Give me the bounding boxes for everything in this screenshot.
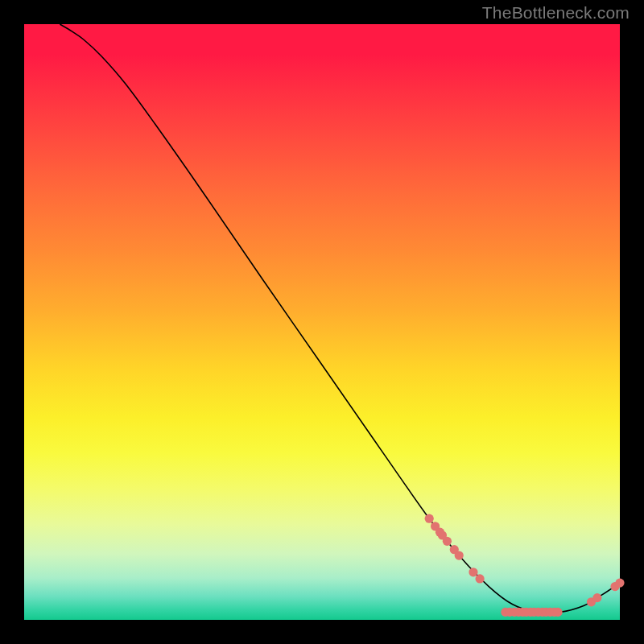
data-points-group — [425, 514, 625, 617]
data-point — [615, 579, 624, 588]
data-point — [425, 514, 434, 523]
watermark-text: TheBottleneck.com — [482, 3, 630, 23]
chart-frame: TheBottleneck.com — [0, 0, 644, 644]
data-point — [443, 537, 452, 546]
plot-area — [24, 24, 620, 620]
data-point — [469, 568, 477, 576]
bottleneck-curve — [60, 24, 620, 613]
data-point — [476, 574, 485, 583]
data-point — [553, 608, 562, 617]
data-point — [455, 551, 464, 559]
chart-svg — [24, 24, 620, 620]
data-point — [592, 593, 601, 602]
